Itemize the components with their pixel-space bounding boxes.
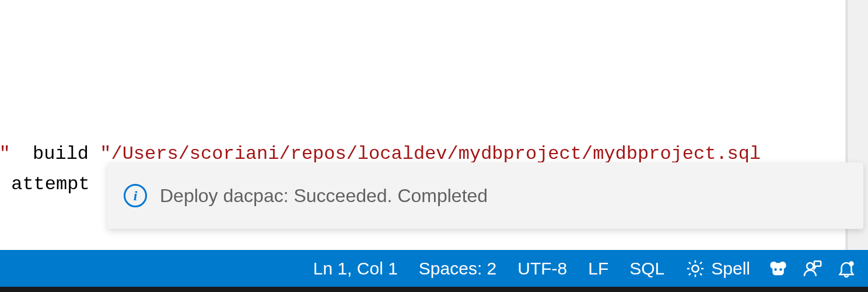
eol[interactable]: LF	[578, 250, 619, 287]
svg-point-2	[779, 268, 782, 271]
notification-toast[interactable]: i Deploy dacpac: Succeeded. Completed	[107, 162, 863, 229]
svg-point-5	[849, 261, 854, 266]
cursor-position-label: Ln 1, Col 1	[313, 259, 398, 279]
info-icon-glyph: i	[134, 189, 138, 203]
status-bar: Ln 1, Col 1 Spaces: 2 UTF-8 LF SQL Spell	[0, 250, 868, 287]
code-text: attempt	[0, 173, 90, 195]
indentation[interactable]: Spaces: 2	[408, 250, 507, 287]
info-icon: i	[124, 184, 147, 207]
notifications[interactable]	[830, 250, 863, 287]
svg-point-1	[774, 268, 777, 271]
eol-label: LF	[588, 259, 608, 279]
bottom-edge	[0, 287, 868, 292]
feedback[interactable]	[796, 250, 830, 287]
cursor-position[interactable]: Ln 1, Col 1	[303, 250, 408, 287]
language-mode[interactable]: SQL	[619, 250, 675, 287]
notification-message: Deploy dacpac: Succeeded. Completed	[160, 185, 488, 207]
copilot-icon	[768, 258, 789, 279]
code-line: attempt	[0, 171, 90, 199]
code-text: build	[33, 143, 100, 165]
bell-icon	[836, 259, 856, 279]
spell-label: Spell	[711, 259, 750, 279]
indentation-label: Spaces: 2	[419, 259, 496, 279]
language-label: SQL	[629, 259, 664, 279]
svg-point-0	[692, 265, 699, 272]
encoding-label: UTF-8	[517, 259, 567, 279]
encoding[interactable]: UTF-8	[507, 250, 578, 287]
svg-point-3	[807, 263, 813, 269]
svg-rect-4	[814, 261, 821, 266]
code-string: "/Users/scoriani/repos/localdev/mydbproj…	[100, 143, 761, 165]
code-string: et"	[0, 143, 33, 165]
person-feedback-icon	[803, 259, 822, 279]
copilot-status[interactable]	[761, 250, 796, 287]
bug-gear-icon	[685, 259, 705, 279]
spell-check[interactable]: Spell	[675, 250, 761, 287]
